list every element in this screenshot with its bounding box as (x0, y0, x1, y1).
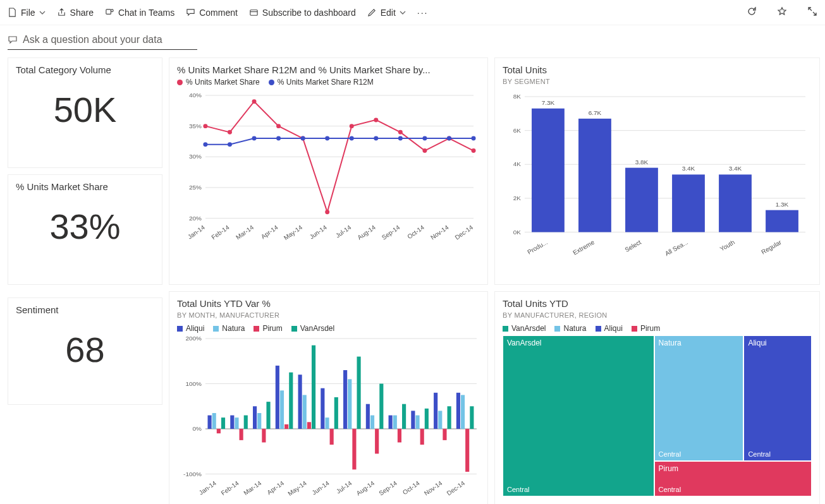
svg-rect-108 (307, 422, 311, 429)
svg-point-25 (203, 124, 207, 128)
svg-text:Mar-14: Mar-14 (242, 479, 263, 496)
svg-point-31 (350, 124, 354, 128)
svg-point-34 (422, 148, 427, 153)
svg-rect-74 (766, 210, 798, 232)
svg-rect-98 (262, 429, 266, 442)
svg-text:Jul-14: Jul-14 (334, 224, 353, 239)
svg-text:May-14: May-14 (286, 479, 308, 497)
svg-rect-141 (456, 393, 460, 429)
svg-rect-99 (266, 402, 270, 429)
qna-area: Ask a question about your data (0, 25, 825, 50)
tile-pct-market-share[interactable]: % Units Market Share 33% (8, 174, 162, 285)
svg-rect-129 (402, 404, 406, 429)
svg-text:3.4K: 3.4K (682, 165, 695, 172)
svg-point-28 (276, 124, 281, 128)
svg-text:Oct-14: Oct-14 (401, 479, 421, 496)
favorite-button[interactable] (777, 6, 787, 18)
svg-text:Jun-14: Jun-14 (310, 479, 331, 496)
tile-total-units-bar[interactable]: Total Units By Segment 0K2K4K6K8K7.3KPro… (494, 57, 820, 285)
svg-rect-59 (532, 109, 565, 232)
svg-rect-94 (244, 416, 248, 429)
svg-text:40%: 40% (189, 92, 202, 99)
subscribe-button[interactable]: Subscribe to dashboard (249, 8, 356, 18)
svg-rect-114 (334, 397, 338, 429)
svg-rect-89 (221, 417, 225, 429)
svg-rect-86 (207, 416, 211, 429)
grouped-bar-chart: -100%0%100%200%Jan-14Feb-14Mar-14Apr-14M… (177, 335, 480, 504)
svg-text:6K: 6K (513, 127, 522, 134)
svg-text:Dec-14: Dec-14 (446, 479, 467, 497)
bar-chart: 0K2K4K6K8K7.3KProdu...6.7KExtreme3.8KSel… (503, 90, 812, 267)
svg-rect-116 (343, 370, 347, 429)
tile-ytd-treemap[interactable]: Total Units YTD By Manufacturer, Region … (494, 291, 820, 504)
svg-text:6.7K: 6.7K (589, 109, 602, 116)
svg-rect-124 (379, 384, 383, 429)
share-icon (57, 8, 66, 17)
svg-point-48 (472, 136, 476, 141)
more-menu[interactable]: ··· (417, 8, 429, 18)
svg-rect-139 (448, 406, 451, 429)
svg-text:Regular: Regular (760, 238, 783, 255)
svg-rect-96 (253, 406, 257, 429)
svg-text:30%: 30% (189, 153, 202, 160)
tile-title: % Units Market Share R12M and % Units Ma… (177, 64, 480, 75)
chevron-down-icon (39, 9, 46, 16)
svg-text:Sep-14: Sep-14 (377, 479, 398, 497)
svg-rect-127 (393, 416, 397, 429)
share-button[interactable]: Share (57, 8, 94, 18)
svg-rect-111 (321, 388, 324, 429)
svg-text:4K: 4K (513, 160, 522, 167)
tile-title: Total Units YTD Var % (177, 298, 480, 309)
svg-rect-103 (284, 424, 288, 429)
chat-teams-button[interactable]: Chat in Teams (105, 8, 174, 18)
refresh-button[interactable] (747, 6, 757, 18)
svg-rect-143 (465, 429, 469, 472)
svg-rect-91 (230, 416, 234, 429)
svg-text:All Sea...: All Sea... (664, 239, 689, 257)
svg-point-30 (325, 210, 329, 214)
comment-button[interactable]: Comment (186, 8, 238, 18)
svg-point-43 (350, 136, 354, 141)
tile-ytd-var[interactable]: Total Units YTD Var % By Month, Manufact… (169, 291, 488, 504)
svg-rect-132 (415, 416, 419, 429)
svg-text:Feb-14: Feb-14 (220, 479, 241, 496)
edit-menu[interactable]: Edit (367, 8, 406, 18)
svg-rect-126 (389, 416, 393, 429)
legend: Aliqui Natura Pirum VanArsdel (177, 324, 480, 333)
svg-text:Aug-14: Aug-14 (356, 224, 377, 241)
svg-rect-2 (250, 10, 257, 15)
svg-text:100%: 100% (185, 380, 202, 387)
kpi-value: 33% (16, 195, 154, 247)
svg-text:Youth: Youth (719, 239, 736, 253)
svg-rect-117 (348, 379, 351, 429)
svg-text:0K: 0K (513, 229, 522, 236)
svg-text:Nov-14: Nov-14 (423, 479, 444, 497)
svg-point-1 (111, 9, 113, 12)
svg-rect-121 (366, 404, 370, 429)
tile-sentiment[interactable]: Sentiment 68 (8, 297, 162, 405)
svg-rect-62 (578, 119, 611, 232)
svg-text:200%: 200% (185, 335, 202, 342)
tile-total-category-volume-1[interactable]: Total Category Volume 50K (8, 57, 162, 168)
svg-text:May-14: May-14 (283, 224, 304, 241)
svg-text:Mar-14: Mar-14 (235, 224, 255, 241)
svg-rect-144 (470, 406, 474, 429)
fullscreen-button[interactable] (807, 6, 817, 18)
svg-point-27 (252, 99, 257, 104)
svg-text:Dec-14: Dec-14 (454, 224, 475, 241)
svg-point-38 (228, 142, 232, 147)
svg-rect-97 (257, 413, 261, 429)
svg-rect-102 (280, 390, 284, 429)
svg-rect-93 (240, 429, 243, 440)
svg-text:Feb-14: Feb-14 (210, 224, 231, 241)
qna-input[interactable]: Ask a question about your data (8, 32, 197, 50)
svg-point-45 (398, 136, 403, 141)
svg-point-46 (422, 136, 427, 141)
tile-title: Total Units (503, 64, 812, 75)
svg-point-36 (472, 148, 476, 153)
svg-rect-109 (312, 345, 315, 429)
svg-text:Apr-14: Apr-14 (266, 479, 285, 496)
svg-point-44 (374, 136, 378, 141)
tile-market-share-line[interactable]: % Units Market Share R12M and % Units Ma… (169, 57, 488, 285)
file-menu[interactable]: File (8, 8, 46, 18)
